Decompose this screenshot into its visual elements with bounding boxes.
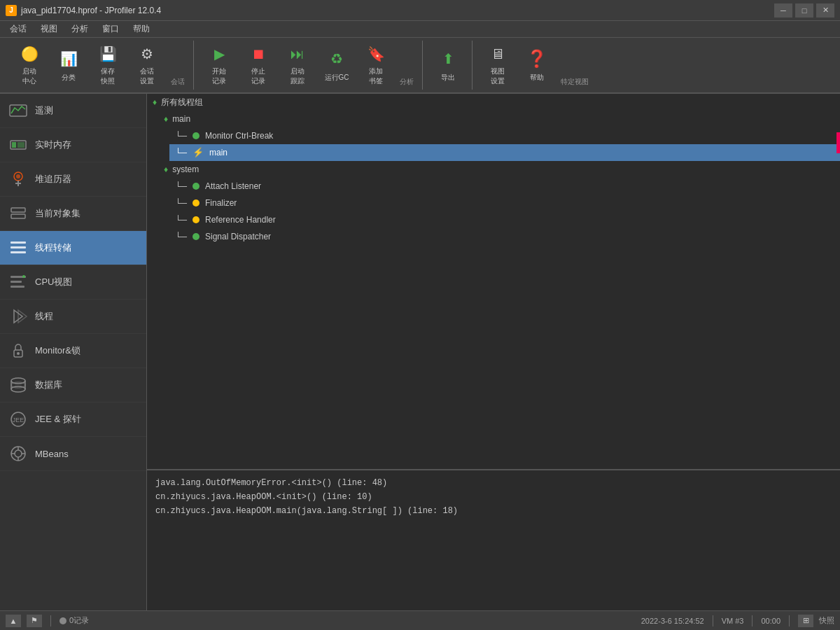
svg-rect-9 bbox=[11, 214, 25, 218]
tool-session-settings[interactable]: ⚙ 会话 设置 bbox=[129, 41, 165, 89]
stack-line-2: cn.zhiyucs.java.HeapOOM.<init>() (line: … bbox=[155, 490, 832, 504]
tree-all-groups[interactable]: ♦ 所有线程组 bbox=[147, 94, 840, 111]
tool-add-bookmark[interactable]: 🔖 添加 书签 bbox=[358, 41, 394, 89]
app-icon: J bbox=[6, 5, 17, 16]
classify-icon: 📊 bbox=[57, 48, 80, 70]
sidebar-label-monitor-lock: Monitor&锁 bbox=[35, 344, 80, 357]
svg-point-29 bbox=[15, 450, 22, 457]
tool-start-trace[interactable]: ⏭ 启动 跟踪 bbox=[279, 41, 316, 89]
title-bar: J java_pid17704.hprof - JProfiler 12.0.4… bbox=[0, 0, 840, 21]
sidebar-item-live-memory[interactable]: 实时内存 bbox=[0, 128, 146, 162]
tool-stop-record[interactable]: ⏹ 停止 记录 bbox=[240, 41, 276, 89]
thread-tree[interactable]: ♦ 所有线程组 ♦ main └─ Monitor Ctrl-Break └─ … bbox=[147, 94, 840, 470]
tool-start-record[interactable]: ▶ 开始 记录 bbox=[201, 41, 237, 89]
sidebar-label-heap-walker: 堆追历器 bbox=[35, 173, 71, 186]
tree-thread-finalizer[interactable]: └─ Finalizer bbox=[169, 195, 840, 211]
sidebar-item-mbeans[interactable]: MBeans bbox=[0, 437, 146, 471]
status-vm: VM #3 bbox=[722, 617, 744, 625]
minimize-button[interactable]: ─ bbox=[774, 4, 792, 18]
sidebar-item-current-objects[interactable]: 当前对象集 bbox=[0, 197, 146, 231]
sidebar-item-thread-dump[interactable]: 线程转储 bbox=[0, 231, 146, 265]
status-sep-2 bbox=[713, 615, 713, 626]
thread-label-attach-listener: Attach Listener bbox=[205, 179, 261, 193]
start-record-icon: ▶ bbox=[208, 44, 230, 64]
mbeans-icon bbox=[8, 444, 28, 463]
tool-run-gc[interactable]: ♻ 运行GC bbox=[318, 41, 355, 89]
group-system-label: system bbox=[172, 162, 199, 176]
record-dot bbox=[59, 617, 66, 624]
sidebar-item-cpu-view[interactable]: CPU视图 bbox=[0, 265, 146, 300]
live-memory-icon bbox=[8, 135, 28, 155]
tool-export-label: 导出 bbox=[441, 73, 455, 83]
status-up-btn[interactable]: ▲ bbox=[6, 615, 21, 627]
menu-session[interactable]: 会话 bbox=[3, 22, 34, 36]
menu-window[interactable]: 窗口 bbox=[95, 22, 126, 36]
stack-trace-area: java.lang.OutOfMemoryError.<init>() (lin… bbox=[147, 470, 840, 610]
sidebar-label-live-memory: 实时内存 bbox=[35, 139, 71, 151]
heap-walker-icon bbox=[8, 169, 28, 189]
svg-point-16 bbox=[22, 275, 25, 278]
close-button[interactable]: ✕ bbox=[816, 4, 834, 18]
thread-status-lightning-main: ⚡ bbox=[192, 146, 204, 160]
tool-export[interactable]: ⬆ 导出 bbox=[430, 41, 466, 89]
tree-thread-attach-listener[interactable]: └─ Attach Listener bbox=[169, 178, 840, 195]
menu-view[interactable]: 视图 bbox=[34, 22, 64, 36]
thread-label-reference-handler: Reference Handler bbox=[205, 213, 276, 227]
view-settings-icon: 🖥 bbox=[486, 44, 509, 64]
threads-icon bbox=[8, 307, 28, 326]
sidebar-item-jee-probe[interactable]: JEE JEE & 探针 bbox=[0, 402, 146, 437]
tree-group-main[interactable]: ♦ main bbox=[158, 111, 840, 127]
thread-status-dot-monitor bbox=[192, 132, 200, 139]
tool-view-settings[interactable]: 🖥 视图 设置 bbox=[479, 41, 516, 89]
thread-label-signal-dispatcher: Signal Dispatcher bbox=[205, 230, 271, 244]
thread-status-dot-reference bbox=[192, 216, 200, 223]
sidebar-label-current-objects: 当前对象集 bbox=[35, 207, 80, 220]
svg-point-5 bbox=[16, 174, 20, 178]
tool-save-snapshot[interactable]: 💾 保存 快照 bbox=[90, 41, 126, 89]
svg-point-25 bbox=[11, 382, 25, 388]
status-sep-3 bbox=[752, 615, 752, 626]
svg-rect-14 bbox=[10, 281, 22, 283]
sidebar-label-database: 数据库 bbox=[35, 379, 62, 391]
status-sep-1 bbox=[50, 615, 51, 626]
status-time: 00:00 bbox=[761, 617, 780, 625]
thread-status-dot-signal bbox=[192, 233, 200, 240]
tool-help[interactable]: ❓ 帮助 bbox=[519, 41, 555, 89]
tree-thread-reference-handler[interactable]: └─ Reference Handler bbox=[169, 211, 840, 228]
maximize-button[interactable]: □ bbox=[795, 4, 813, 18]
toolbar-group-export: ⬆ 导出 bbox=[424, 41, 472, 90]
svg-rect-15 bbox=[10, 286, 24, 288]
tool-start-center[interactable]: 🟡 启动 中心 bbox=[11, 41, 48, 89]
monitor-lock-icon bbox=[8, 341, 28, 360]
stack-line-1: java.lang.OutOfMemoryError.<init>() (lin… bbox=[155, 476, 832, 490]
tree-thread-monitor-ctrl-break[interactable]: └─ Monitor Ctrl-Break bbox=[169, 127, 840, 144]
thread-label-monitor-ctrl-break: Monitor Ctrl-Break bbox=[205, 129, 273, 143]
menu-bar: 会话 视图 分析 窗口 帮助 bbox=[0, 21, 840, 38]
sidebar-item-database[interactable]: 数据库 bbox=[0, 368, 146, 402]
tool-view-settings-label: 视图 设置 bbox=[491, 66, 505, 86]
tool-classify[interactable]: 📊 分类 bbox=[50, 41, 87, 89]
menu-help[interactable]: 帮助 bbox=[126, 22, 157, 36]
menu-analyze[interactable]: 分析 bbox=[64, 22, 95, 36]
sidebar-item-telemetry[interactable]: 遥测 bbox=[0, 94, 146, 128]
sidebar-item-heap-walker[interactable]: 堆追历器 bbox=[0, 162, 146, 197]
window-title: java_pid17704.hprof - JProfiler 12.0.4 bbox=[21, 6, 774, 15]
status-record: 0记录 bbox=[59, 615, 89, 626]
tree-thread-main[interactable]: └─ ⚡ main bbox=[169, 144, 840, 161]
tree-thread-signal-dispatcher[interactable]: └─ Signal Dispatcher bbox=[169, 228, 840, 245]
sidebar-item-threads[interactable]: 线程 bbox=[0, 300, 146, 334]
start-trace-icon: ⏭ bbox=[286, 44, 309, 64]
status-flag-btn[interactable]: ⚑ bbox=[27, 615, 42, 627]
status-sep-4 bbox=[789, 615, 790, 626]
group-main-label: main bbox=[172, 112, 190, 126]
tool-session-settings-label: 会话 设置 bbox=[140, 66, 154, 86]
tool-save-label: 保存 快照 bbox=[101, 66, 115, 86]
svg-rect-10 bbox=[10, 241, 26, 244]
toolbar-group-session: 🟡 启动 中心 📊 分类 💾 保存 快照 ⚙ 会话 设置 会话 bbox=[6, 41, 194, 90]
status-grid-btn[interactable]: ⊞ bbox=[798, 615, 813, 627]
group-specific-label: 特定视图 bbox=[558, 77, 592, 87]
thread-status-dot-attach bbox=[192, 183, 200, 190]
cpu-view-icon bbox=[8, 272, 28, 292]
sidebar-item-monitor-lock[interactable]: Monitor&锁 bbox=[0, 334, 146, 368]
tree-group-system[interactable]: ♦ system bbox=[158, 161, 840, 178]
